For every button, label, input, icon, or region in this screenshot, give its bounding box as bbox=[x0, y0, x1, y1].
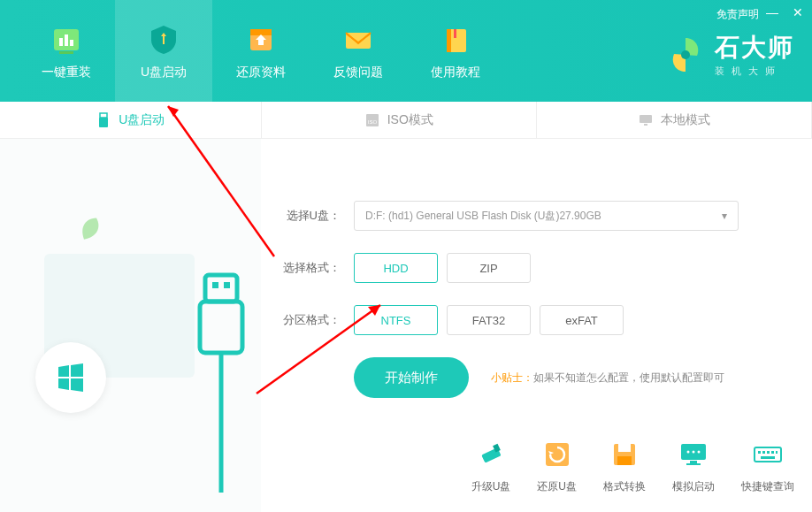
svg-point-11 bbox=[681, 50, 690, 59]
book-icon bbox=[438, 22, 473, 57]
leaf-icon bbox=[71, 214, 106, 249]
subtab-iso-mode[interactable]: ISO ISO模式 bbox=[262, 102, 537, 138]
monitor-icon bbox=[638, 112, 654, 128]
bottom-label: 还原U盘 bbox=[537, 479, 577, 494]
tip-body: 如果不知道怎么配置，使用默认配置即可 bbox=[533, 371, 724, 384]
svg-rect-34 bbox=[755, 447, 781, 462]
tab-label: U盘启动 bbox=[141, 65, 187, 80]
partition-fat32-button[interactable]: FAT32 bbox=[447, 305, 531, 335]
bottom-label: 快捷键查询 bbox=[741, 479, 794, 494]
row-select-usb: 选择U盘： D:F: (hd1) General USB Flash Disk … bbox=[279, 201, 777, 231]
brand-logo: 石大师 装机大师 bbox=[665, 31, 794, 78]
svg-rect-16 bbox=[640, 115, 652, 123]
svg-rect-10 bbox=[454, 29, 456, 38]
svg-rect-35 bbox=[758, 451, 761, 454]
svg-rect-3 bbox=[70, 40, 73, 46]
svg-rect-9 bbox=[447, 29, 451, 52]
svg-rect-37 bbox=[767, 451, 770, 454]
svg-point-29 bbox=[687, 451, 690, 454]
subtab-label: U盘启动 bbox=[119, 112, 165, 128]
minimize-button[interactable]: — bbox=[766, 5, 778, 19]
main-nav: 一键重装 U盘启动 还原资料 反馈问题 使用教程 bbox=[0, 0, 504, 102]
partition-ntfs-button[interactable]: NTFS bbox=[354, 305, 438, 335]
chevron-down-icon: ▾ bbox=[722, 210, 727, 222]
bottom-label: 格式转换 bbox=[603, 479, 646, 494]
label-partition: 分区格式： bbox=[279, 312, 341, 328]
usb-icon bbox=[96, 112, 111, 128]
svg-rect-26 bbox=[618, 444, 631, 452]
brand-subtitle: 装机大师 bbox=[715, 65, 794, 78]
svg-rect-33 bbox=[686, 463, 701, 465]
tip-label: 小贴士： bbox=[491, 371, 533, 384]
svg-rect-39 bbox=[776, 451, 778, 454]
svg-rect-1 bbox=[59, 38, 63, 46]
usb-angled-icon bbox=[473, 437, 509, 472]
action-format-convert[interactable]: 格式转换 bbox=[603, 437, 646, 494]
label-format: 选择格式： bbox=[279, 260, 341, 276]
bottom-toolbar: 升级U盘 还原U盘 格式转换 模拟启动 快捷键查询 bbox=[471, 437, 794, 494]
svg-point-31 bbox=[698, 451, 701, 454]
format-zip-button[interactable]: ZIP bbox=[447, 253, 531, 283]
refresh-box-icon bbox=[540, 437, 575, 472]
action-row: 开始制作 小贴士：如果不知道怎么配置，使用默认配置即可 bbox=[354, 357, 777, 398]
illustration-panel bbox=[0, 139, 261, 512]
floppy-icon bbox=[607, 437, 642, 472]
tip-text: 小贴士：如果不知道怎么配置，使用默认配置即可 bbox=[491, 371, 724, 386]
action-upgrade-usb[interactable]: 升级U盘 bbox=[471, 437, 511, 494]
svg-rect-20 bbox=[224, 282, 230, 288]
monitor-dots-icon bbox=[676, 437, 711, 472]
svg-text:ISO: ISO bbox=[368, 119, 378, 125]
window-controls: — ✕ bbox=[766, 5, 803, 19]
close-button[interactable]: ✕ bbox=[793, 5, 803, 19]
start-create-button[interactable]: 开始制作 bbox=[354, 357, 469, 398]
svg-rect-21 bbox=[200, 302, 242, 353]
disclaimer-link[interactable]: 免责声明 bbox=[716, 7, 759, 22]
content-area: 选择U盘： D:F: (hd1) General USB Flash Disk … bbox=[0, 139, 812, 512]
svg-rect-12 bbox=[100, 113, 107, 118]
subtab-local-mode[interactable]: 本地模式 bbox=[537, 102, 812, 138]
windows-badge bbox=[35, 342, 106, 413]
bottom-label: 升级U盘 bbox=[471, 479, 511, 494]
action-simulate-boot[interactable]: 模拟启动 bbox=[672, 437, 715, 494]
select-value: D:F: (hd1) General USB Flash Disk (U盘)27… bbox=[365, 209, 601, 224]
svg-rect-36 bbox=[762, 451, 765, 454]
svg-rect-6 bbox=[250, 29, 272, 35]
tab-usb-boot[interactable]: U盘启动 bbox=[115, 0, 212, 102]
svg-rect-18 bbox=[205, 275, 237, 302]
svg-rect-17 bbox=[644, 124, 647, 126]
windows-icon bbox=[55, 362, 87, 394]
svg-point-30 bbox=[693, 451, 695, 454]
action-restore-usb[interactable]: 还原U盘 bbox=[537, 437, 577, 494]
tab-label: 还原资料 bbox=[236, 65, 286, 80]
partition-exfat-button[interactable]: exFAT bbox=[540, 305, 624, 335]
svg-rect-2 bbox=[65, 34, 68, 46]
bottom-label: 模拟启动 bbox=[672, 479, 715, 494]
form-panel: 选择U盘： D:F: (hd1) General USB Flash Disk … bbox=[261, 139, 812, 512]
tab-oneclick-reinstall[interactable]: 一键重装 bbox=[18, 0, 115, 102]
svg-rect-19 bbox=[212, 282, 218, 288]
svg-rect-4 bbox=[59, 51, 73, 54]
usb-cable-icon bbox=[195, 271, 248, 493]
tab-tutorial[interactable]: 使用教程 bbox=[407, 0, 504, 102]
bar-chart-icon bbox=[49, 22, 84, 57]
brand-title: 石大师 bbox=[715, 31, 794, 65]
subtab-usb-boot[interactable]: U盘启动 bbox=[0, 102, 262, 138]
sub-tabs: U盘启动 ISO ISO模式 本地模式 bbox=[0, 102, 812, 139]
tab-label: 反馈问题 bbox=[333, 65, 383, 80]
svg-rect-27 bbox=[617, 456, 632, 465]
action-shortcut-query[interactable]: 快捷键查询 bbox=[741, 437, 794, 494]
tab-feedback[interactable]: 反馈问题 bbox=[310, 0, 407, 102]
svg-rect-40 bbox=[761, 456, 775, 459]
svg-rect-32 bbox=[690, 461, 697, 463]
upload-box-icon bbox=[243, 22, 279, 57]
logo-icon bbox=[665, 34, 706, 75]
subtab-label: 本地模式 bbox=[661, 112, 710, 128]
label-select-usb: 选择U盘： bbox=[279, 208, 341, 224]
format-hdd-button[interactable]: HDD bbox=[354, 253, 438, 283]
usb-drive-select[interactable]: D:F: (hd1) General USB Flash Disk (U盘)27… bbox=[354, 201, 739, 231]
tab-label: 使用教程 bbox=[431, 65, 480, 80]
tab-label: 一键重装 bbox=[42, 65, 91, 80]
svg-rect-38 bbox=[771, 451, 774, 454]
shield-usb-icon bbox=[146, 22, 181, 57]
tab-restore-data[interactable]: 还原资料 bbox=[212, 0, 310, 102]
